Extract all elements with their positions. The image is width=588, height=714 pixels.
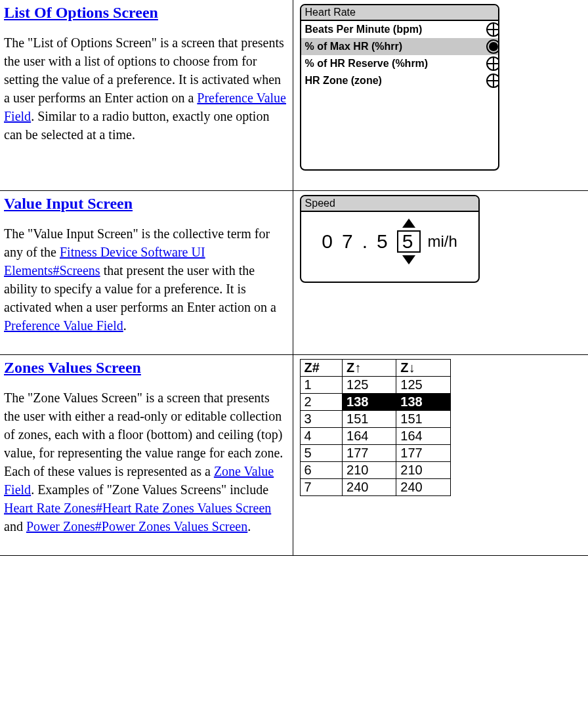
zones-header-number: Z#: [300, 360, 342, 377]
arrow-down-icon[interactable]: [402, 255, 415, 264]
illustration-zones-table: Z# Z↑ Z↓ 1125125213813831511514164164517…: [293, 355, 588, 556]
hr-option-label: % of HR Reserve (%hrm): [305, 58, 429, 70]
section-value-input: Value Input Screen The "Value Input Scre…: [0, 191, 293, 355]
section-list-of-options: List Of Options Screen The "List of Opti…: [0, 0, 293, 191]
table-row: 2138138: [300, 394, 450, 411]
radio-empty-icon[interactable]: [486, 56, 499, 71]
decimal-point: .: [362, 230, 370, 253]
zone-down-value[interactable]: 164: [396, 428, 450, 445]
heading-link-value-input[interactable]: Value Input Screen: [4, 195, 133, 212]
table-row: 3151151: [300, 411, 450, 428]
table-row: 4164164: [300, 428, 450, 445]
zone-number: 4: [300, 428, 342, 445]
table-row: 6210210: [300, 462, 450, 479]
hr-option-label: Beats Per Minute (bpm): [305, 24, 423, 35]
zone-up-value[interactable]: 164: [343, 428, 396, 445]
hr-option[interactable]: Beats Per Minute (bpm): [301, 21, 498, 38]
link-preference-value-field[interactable]: Preference Value Field: [4, 318, 123, 333]
zone-number: 3: [300, 411, 342, 428]
section-zones-values: Zones Values Screen The "Zone Values Scr…: [0, 355, 293, 556]
digit: 5: [377, 230, 390, 253]
hr-option-label: HR Zone (zone): [305, 75, 382, 87]
section-paragraph: The "List of Options Screen" is a screen…: [4, 33, 289, 144]
unit-label: mi/h: [427, 232, 457, 251]
table-row: 5177177: [300, 445, 450, 462]
zone-number: 6: [300, 462, 342, 479]
hr-option[interactable]: % of HR Reserve (%hrm): [301, 55, 498, 72]
device-mock-heart-rate: Heart Rate Beats Per Minute (bpm)% of Ma…: [300, 4, 499, 171]
illustration-heart-rate: Heart Rate Beats Per Minute (bpm)% of Ma…: [293, 0, 588, 191]
device-titlebar: Speed: [301, 196, 478, 212]
device-titlebar: Heart Rate: [301, 5, 498, 21]
zone-down-value[interactable]: 151: [396, 411, 450, 428]
zone-number: 7: [300, 479, 342, 496]
hr-option[interactable]: HR Zone (zone): [301, 72, 498, 89]
zone-down-value[interactable]: 177: [396, 445, 450, 462]
radio-empty-icon[interactable]: [486, 74, 499, 88]
digit: 0: [322, 230, 335, 253]
heading-link-list-of-options[interactable]: List Of Options Screen: [4, 4, 158, 21]
table-row: 1125125: [300, 377, 450, 394]
zone-number: 1: [300, 377, 342, 394]
zone-up-value[interactable]: 151: [343, 411, 396, 428]
illustration-speed: Speed 0 7 . 5 5 mi/h: [293, 191, 588, 355]
section-paragraph: The "Value Input Screen" is the collecti…: [4, 224, 289, 335]
section-paragraph: The "Zone Values Screen" is a screen tha…: [4, 388, 289, 536]
zones-table: Z# Z↑ Z↓ 1125125213813831511514164164517…: [300, 359, 451, 496]
zone-down-value[interactable]: 210: [396, 462, 450, 479]
zone-down-value[interactable]: 138: [396, 394, 450, 411]
arrow-up-icon[interactable]: [402, 219, 415, 228]
zone-down-value[interactable]: 125: [396, 377, 450, 394]
radio-empty-icon[interactable]: [486, 22, 499, 37]
table-row: 7240240: [300, 479, 450, 496]
link-power-zones-values-screen[interactable]: Power Zones#Power Zones Values Screen: [26, 519, 247, 534]
zone-up-value[interactable]: 240: [343, 479, 396, 496]
digit-stepper[interactable]: 5: [397, 219, 421, 264]
link-heart-rate-zones-values-screen[interactable]: Heart Rate Zones#Heart Rate Zones Values…: [4, 501, 271, 515]
zone-up-value[interactable]: 125: [343, 377, 396, 394]
device-mock-speed: Speed 0 7 . 5 5 mi/h: [300, 195, 480, 283]
zone-up-value[interactable]: 138: [343, 394, 396, 411]
digit: 7: [342, 230, 356, 253]
zone-number: 2: [300, 394, 342, 411]
digit-selected: 5: [397, 230, 421, 253]
hr-option-label: % of Max HR (%hrr): [305, 41, 402, 52]
radio-selected-icon[interactable]: [486, 39, 499, 54]
zones-header-up: Z↑: [343, 360, 396, 377]
heading-link-zones-values[interactable]: Zones Values Screen: [4, 359, 141, 376]
zone-down-value[interactable]: 240: [396, 479, 450, 496]
zone-up-value[interactable]: 210: [343, 462, 396, 479]
hr-option[interactable]: % of Max HR (%hrr): [301, 38, 498, 55]
zones-header-down: Z↓: [396, 360, 450, 377]
zone-number: 5: [300, 445, 342, 462]
zone-up-value[interactable]: 177: [343, 445, 396, 462]
